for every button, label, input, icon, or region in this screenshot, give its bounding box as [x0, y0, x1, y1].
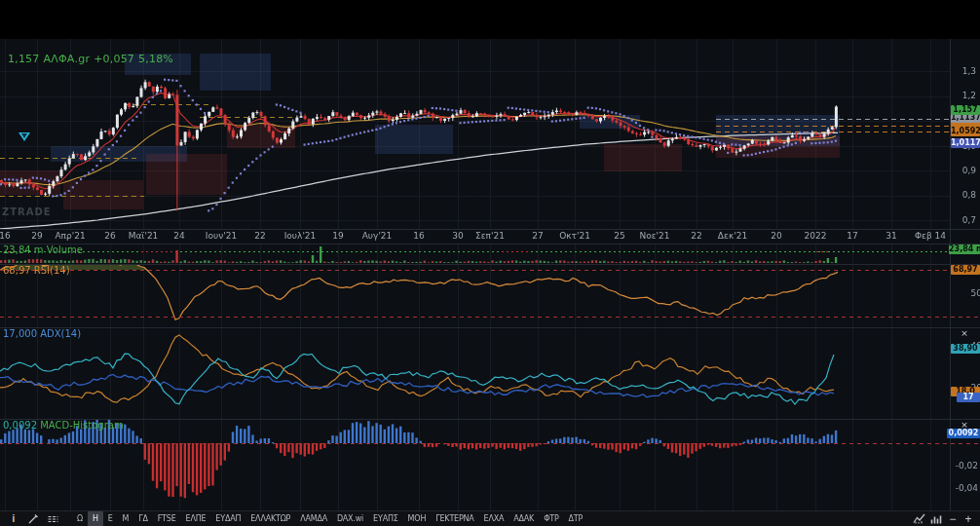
time-tick: 25 — [614, 231, 624, 241]
price-tick: 0,7 — [951, 215, 976, 225]
adx-close-button[interactable]: × — [959, 328, 970, 338]
time-tick: 29 — [31, 231, 42, 241]
zoom-in-button[interactable]: + — [961, 512, 976, 526]
chart-canvas[interactable] — [0, 39, 980, 510]
tab-ΕΥΔΑΠ[interactable]: ΕΥΔΑΠ — [210, 511, 245, 526]
symbol-info: 1,157ΑΛΦΑ.gr+0,0575,18% — [8, 53, 177, 65]
tab-ΕΛΧΑ[interactable]: ΕΛΧΑ — [479, 511, 509, 526]
time-tick: 19 — [332, 231, 343, 241]
time-tick: Απρ'21 — [55, 231, 85, 241]
price-tick: 0,8 — [951, 190, 976, 200]
symbol-name: ΑΛΦΑ.gr — [44, 53, 91, 65]
price-label-chip: 1,157 — [951, 105, 980, 115]
tab-ΦΤΡ[interactable]: ΦΤΡ — [539, 511, 563, 526]
time-tick: Φεβ 14 — [915, 231, 946, 241]
pencil-icon — [27, 513, 39, 525]
bar-chart-icon — [930, 513, 943, 524]
tab-ΔΤΡ[interactable]: ΔΤΡ — [564, 511, 588, 526]
time-tick: 2022 — [805, 231, 827, 241]
macd-value: 0,0092 — [3, 420, 37, 431]
last-price: 1,157 — [8, 53, 40, 65]
info-icon: i — [13, 513, 16, 524]
tab-Ε[interactable]: Ε — [103, 511, 118, 526]
macd-tick: -0,02 — [953, 461, 978, 470]
tab-ΜΟΗ[interactable]: ΜΟΗ — [403, 511, 432, 526]
zoom-out-button[interactable]: − — [945, 512, 961, 526]
time-tick: Ιουλ'21 — [284, 231, 317, 241]
time-tick: 16 — [0, 231, 11, 241]
trading-app: 1,157ΑΛΦΑ.gr+0,0575,18% ZTRADE 23,84 m V… — [0, 0, 980, 526]
time-tick: 22 — [691, 231, 701, 241]
top-bar — [0, 0, 980, 39]
time-tick: Ιουν'21 — [206, 231, 237, 241]
chart-region: 1,157ΑΛΦΑ.gr+0,0575,18% ZTRADE 23,84 m V… — [0, 39, 980, 510]
tab-DAX.wi[interactable]: DAX.wi — [332, 511, 368, 526]
price-tick: 1,2 — [951, 91, 976, 100]
macd-indicator-label: 0,0092 MACD-Histogram — [3, 420, 124, 431]
time-tick: 27 — [532, 231, 543, 241]
tab-ΛΑΜΔΑ[interactable]: ΛΑΜΔΑ — [295, 511, 332, 526]
time-tick: 31 — [886, 231, 896, 241]
time-tick: 26 — [104, 231, 115, 241]
time-tick: Σεπ'21 — [475, 231, 505, 241]
time-tick: Νοε'21 — [639, 231, 669, 241]
indicator-list-button[interactable] — [43, 512, 62, 526]
price-label-chip: 1,0592 — [951, 127, 980, 136]
time-tick: 16 — [413, 231, 424, 241]
rsi-value-chip: 68,97 — [951, 265, 980, 275]
tab-ΑΔΑΚ[interactable]: ΑΔΑΚ — [509, 511, 539, 526]
tab-Μ[interactable]: Μ — [118, 511, 134, 526]
watermark: ZTRADE — [2, 207, 52, 217]
macd-tick: -0,04 — [953, 483, 978, 493]
price-tick: 1,3 — [951, 66, 976, 76]
tab-ΕΛΠΕ[interactable]: ΕΛΠΕ — [181, 511, 211, 526]
time-tick: Μαϊ'21 — [129, 231, 159, 241]
histogram-chart-icon-button[interactable] — [927, 512, 945, 526]
time-tick: 30 — [452, 231, 463, 241]
draw-button[interactable] — [23, 512, 43, 526]
volume-indicator-label: 23,84 m Volume — [3, 244, 83, 255]
tab-ΓΕΚΤΕΡΝΑ[interactable]: ΓΕΚΤΕΡΝΑ — [431, 511, 478, 526]
tab-Η[interactable]: Η — [88, 511, 103, 526]
tab-ΓΔ[interactable]: ΓΔ — [133, 511, 153, 526]
line-chart-icon — [913, 513, 925, 524]
macd-name: MACD-Histogram — [40, 420, 123, 431]
time-tick: 24 — [173, 231, 184, 241]
info-button[interactable]: i — [4, 512, 23, 526]
time-tick: 17 — [847, 231, 857, 241]
tab-FTSE[interactable]: FTSE — [153, 511, 181, 526]
price-change: +0,057 — [94, 53, 134, 65]
time-tick: Οκτ'21 — [559, 231, 590, 241]
volume-value-chip: 23,84 m — [949, 244, 980, 254]
tab-ΕΥΑΠΣ[interactable]: ΕΥΑΠΣ — [368, 511, 403, 526]
price-tick: 0,9 — [951, 166, 976, 175]
macd-value-chip: 0,0092 — [947, 429, 980, 438]
time-tick: Αυγ'21 — [362, 231, 393, 241]
rsi-indicator-label: 68,97 RSI(14) — [3, 265, 70, 276]
rsi-mid-tick: 50 — [959, 288, 980, 298]
time-tick: Δεκ'21 — [718, 231, 747, 241]
list-icon — [47, 513, 59, 525]
adx-value-chip: 38,90 — [951, 344, 980, 354]
chart-type-line-button[interactable] — [910, 512, 927, 526]
time-tick: 20 — [771, 231, 781, 241]
symbol-tabs: ΩΗΕΜΓΔFTSEΕΛΠΕΕΥΔΑΠΕΛΛΑΚΤΩΡΛΑΜΔΑDAX.wiΕΥ… — [72, 511, 587, 526]
time-tick: 22 — [254, 231, 265, 241]
price-change-pct: 5,18% — [138, 53, 173, 65]
event-marker-icon[interactable] — [19, 132, 30, 141]
bottom-toolbar: i ΩΗΕΜΓΔFTSEΕΛΠΕΕΥΔΑΠΕΛΛΑΚΤΩΡΛΑΜΔΑDAX.wi… — [0, 510, 980, 526]
price-label-chip: 1,0117 — [951, 138, 980, 148]
tab-Ω[interactable]: Ω — [72, 511, 88, 526]
tab-ΕΛΛΑΚΤΩΡ[interactable]: ΕΛΛΑΚΤΩΡ — [245, 511, 295, 526]
adx-indicator-label: 17,000 ADX(14) — [3, 328, 81, 339]
adx-value-chip: 17 — [957, 393, 980, 402]
chart-controls: − + — [910, 512, 976, 526]
